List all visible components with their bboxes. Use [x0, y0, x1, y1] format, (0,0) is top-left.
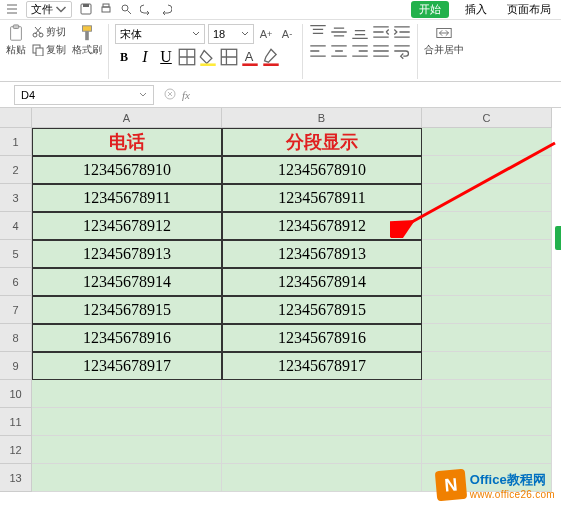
- row-header[interactable]: 12: [0, 436, 32, 464]
- cell[interactable]: [422, 296, 552, 324]
- cell[interactable]: 分段显示: [222, 128, 422, 156]
- print-icon[interactable]: [100, 3, 112, 17]
- paste-button[interactable]: 粘贴: [6, 24, 26, 57]
- cell[interactable]: [422, 352, 552, 380]
- cell[interactable]: 12345678914: [222, 268, 422, 296]
- cell[interactable]: 12345678913: [222, 240, 422, 268]
- align-justify-icon[interactable]: [372, 43, 390, 59]
- font-color-button[interactable]: A: [241, 48, 259, 66]
- cell[interactable]: 12345678912: [222, 212, 422, 240]
- watermark-url: www.office26.com: [470, 489, 555, 500]
- row-header[interactable]: 1: [0, 128, 32, 156]
- cut-button[interactable]: 剪切: [30, 24, 68, 40]
- align-right-icon[interactable]: [351, 43, 369, 59]
- cell[interactable]: [222, 436, 422, 464]
- cell[interactable]: 12345678911: [222, 184, 422, 212]
- cell[interactable]: 12345678910: [32, 156, 222, 184]
- cell[interactable]: [422, 324, 552, 352]
- undo-icon[interactable]: [140, 3, 152, 17]
- cell[interactable]: 12345678914: [32, 268, 222, 296]
- row-header[interactable]: 11: [0, 408, 32, 436]
- cell-style-button[interactable]: [220, 48, 238, 66]
- cell[interactable]: [422, 156, 552, 184]
- col-header-c[interactable]: C: [422, 108, 552, 128]
- cell[interactable]: 12345678912: [32, 212, 222, 240]
- border-button[interactable]: [178, 48, 196, 66]
- cell[interactable]: [222, 380, 422, 408]
- row-header[interactable]: 2: [0, 156, 32, 184]
- cell[interactable]: [32, 436, 222, 464]
- watermark-title: Office教程网: [470, 471, 555, 489]
- cell[interactable]: [422, 240, 552, 268]
- bold-button[interactable]: B: [115, 48, 133, 66]
- align-top-icon[interactable]: [309, 24, 327, 40]
- cell[interactable]: [32, 464, 222, 492]
- italic-button[interactable]: I: [136, 48, 154, 66]
- cell[interactable]: [422, 268, 552, 296]
- indent-increase-icon[interactable]: [393, 24, 411, 40]
- row-header[interactable]: 4: [0, 212, 32, 240]
- spreadsheet[interactable]: A B C 1电话分段显示212345678910123456789103123…: [0, 108, 561, 492]
- row-header[interactable]: 9: [0, 352, 32, 380]
- align-middle-icon[interactable]: [330, 24, 348, 40]
- cell[interactable]: [422, 380, 552, 408]
- cell[interactable]: [422, 436, 552, 464]
- font-name-select[interactable]: 宋体: [115, 24, 205, 44]
- svg-text:A: A: [245, 49, 254, 64]
- align-left-icon[interactable]: [309, 43, 327, 59]
- format-painter-button[interactable]: 格式刷: [72, 24, 102, 57]
- fx-icon[interactable]: fx: [182, 89, 190, 101]
- increase-font-icon[interactable]: A+: [257, 25, 275, 43]
- name-box[interactable]: D4: [14, 85, 154, 105]
- font-size-select[interactable]: 18: [208, 24, 254, 44]
- cell[interactable]: [422, 212, 552, 240]
- side-tab[interactable]: [555, 226, 561, 250]
- cell[interactable]: 12345678915: [222, 296, 422, 324]
- cell[interactable]: [422, 408, 552, 436]
- align-bottom-icon[interactable]: [351, 24, 369, 40]
- tab-start[interactable]: 开始: [411, 1, 449, 18]
- row-header[interactable]: 10: [0, 380, 32, 408]
- redo-icon[interactable]: [160, 3, 172, 17]
- cell[interactable]: 12345678916: [222, 324, 422, 352]
- cell[interactable]: 电话: [32, 128, 222, 156]
- tab-insert[interactable]: 插入: [461, 1, 491, 18]
- row-header[interactable]: 13: [0, 464, 32, 492]
- align-center-icon[interactable]: [330, 43, 348, 59]
- row-header[interactable]: 7: [0, 296, 32, 324]
- select-all-corner[interactable]: [0, 108, 32, 128]
- menu-icon[interactable]: [6, 3, 18, 17]
- tab-layout[interactable]: 页面布局: [503, 1, 555, 18]
- cell[interactable]: 12345678917: [32, 352, 222, 380]
- col-header-a[interactable]: A: [32, 108, 222, 128]
- cell[interactable]: 12345678916: [32, 324, 222, 352]
- cell[interactable]: [222, 408, 422, 436]
- highlight-color-button[interactable]: [262, 48, 280, 66]
- merge-center-button[interactable]: 合并居中: [424, 24, 464, 57]
- decrease-font-icon[interactable]: A-: [278, 25, 296, 43]
- row-header[interactable]: 6: [0, 268, 32, 296]
- preview-icon[interactable]: [120, 3, 132, 17]
- cell[interactable]: [422, 128, 552, 156]
- col-header-b[interactable]: B: [222, 108, 422, 128]
- underline-button[interactable]: U: [157, 48, 175, 66]
- fill-color-button[interactable]: [199, 48, 217, 66]
- indent-decrease-icon[interactable]: [372, 24, 390, 40]
- cell[interactable]: 12345678913: [32, 240, 222, 268]
- cell[interactable]: [32, 408, 222, 436]
- file-menu[interactable]: 文件: [26, 1, 72, 18]
- fx-cancel-icon[interactable]: [164, 88, 176, 102]
- row-header[interactable]: 5: [0, 240, 32, 268]
- wrap-text-icon[interactable]: [393, 43, 411, 59]
- cell[interactable]: 12345678917: [222, 352, 422, 380]
- cell[interactable]: 12345678915: [32, 296, 222, 324]
- row-header[interactable]: 8: [0, 324, 32, 352]
- row-header[interactable]: 3: [0, 184, 32, 212]
- cell[interactable]: [422, 184, 552, 212]
- cell[interactable]: [222, 464, 422, 492]
- cell[interactable]: 12345678910: [222, 156, 422, 184]
- cell[interactable]: [32, 380, 222, 408]
- save-icon[interactable]: [80, 3, 92, 17]
- cell[interactable]: 12345678911: [32, 184, 222, 212]
- copy-button[interactable]: 复制: [30, 42, 68, 58]
